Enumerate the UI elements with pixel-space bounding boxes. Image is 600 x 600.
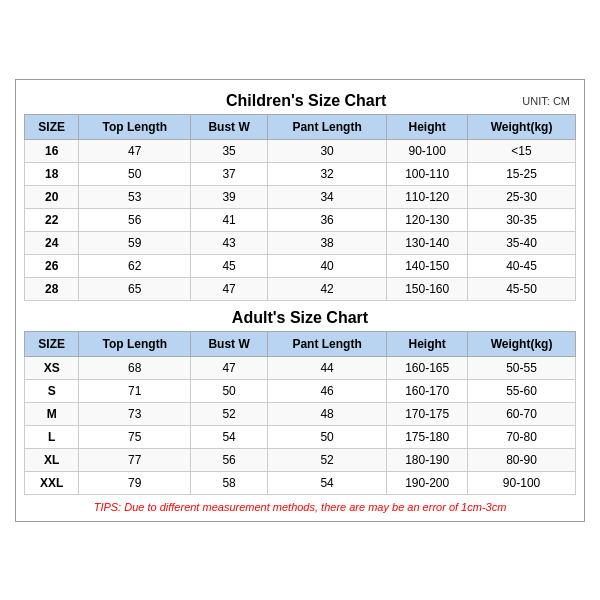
table-cell: 190-200 xyxy=(387,471,468,494)
table-cell: 42 xyxy=(267,277,386,300)
children-col-weight: Weight(kg) xyxy=(468,114,576,139)
table-cell: 47 xyxy=(191,277,268,300)
table-cell: 30-35 xyxy=(468,208,576,231)
table-cell: 160-165 xyxy=(387,356,468,379)
table-cell: 71 xyxy=(79,379,191,402)
table-row: 22564136120-13030-35 xyxy=(25,208,576,231)
table-cell: 32 xyxy=(267,162,386,185)
table-cell: 52 xyxy=(191,402,268,425)
children-title-row: Children's Size Chart UNIT: CM xyxy=(24,88,576,114)
table-cell: 180-190 xyxy=(387,448,468,471)
table-row: 24594338130-14035-40 xyxy=(25,231,576,254)
children-table: SIZE Top Length Bust W Pant Length Heigh… xyxy=(24,114,576,301)
table-cell: 43 xyxy=(191,231,268,254)
size-chart-container: Children's Size Chart UNIT: CM SIZE Top … xyxy=(15,79,585,522)
table-cell: 50-55 xyxy=(468,356,576,379)
table-cell: 45-50 xyxy=(468,277,576,300)
table-cell: 20 xyxy=(25,185,79,208)
table-row: S715046160-17055-60 xyxy=(25,379,576,402)
table-cell: 38 xyxy=(267,231,386,254)
table-cell: 22 xyxy=(25,208,79,231)
adults-col-weight: Weight(kg) xyxy=(468,331,576,356)
table-cell: 79 xyxy=(79,471,191,494)
table-cell: 56 xyxy=(79,208,191,231)
table-cell: 54 xyxy=(267,471,386,494)
children-col-pant: Pant Length xyxy=(267,114,386,139)
table-cell: 73 xyxy=(79,402,191,425)
table-row: XXL795854190-20090-100 xyxy=(25,471,576,494)
children-col-top-length: Top Length xyxy=(79,114,191,139)
table-cell: 140-150 xyxy=(387,254,468,277)
table-cell: 24 xyxy=(25,231,79,254)
table-cell: 30 xyxy=(267,139,386,162)
table-cell: 47 xyxy=(191,356,268,379)
adults-col-pant: Pant Length xyxy=(267,331,386,356)
table-row: M735248170-17560-70 xyxy=(25,402,576,425)
table-cell: 62 xyxy=(79,254,191,277)
table-cell: 41 xyxy=(191,208,268,231)
table-row: XL775652180-19080-90 xyxy=(25,448,576,471)
table-cell: 150-160 xyxy=(387,277,468,300)
table-cell: 59 xyxy=(79,231,191,254)
table-cell: 16 xyxy=(25,139,79,162)
table-cell: 90-100 xyxy=(387,139,468,162)
table-cell: 26 xyxy=(25,254,79,277)
table-cell: 37 xyxy=(191,162,268,185)
table-cell: 100-110 xyxy=(387,162,468,185)
table-row: L755450175-18070-80 xyxy=(25,425,576,448)
tips-text: TIPS: Due to different measurement metho… xyxy=(24,501,576,513)
table-row: 20533934110-12025-30 xyxy=(25,185,576,208)
table-cell: M xyxy=(25,402,79,425)
adults-section: Adult's Size Chart SIZE Top Length Bust … xyxy=(24,305,576,495)
table-cell: 175-180 xyxy=(387,425,468,448)
table-cell: 53 xyxy=(79,185,191,208)
children-title: Children's Size Chart xyxy=(90,92,522,110)
children-unit: UNIT: CM xyxy=(522,95,570,107)
table-cell: 36 xyxy=(267,208,386,231)
table-cell: 55-60 xyxy=(468,379,576,402)
table-cell: 120-130 xyxy=(387,208,468,231)
adults-col-bust: Bust W xyxy=(191,331,268,356)
table-cell: XXL xyxy=(25,471,79,494)
table-cell: 28 xyxy=(25,277,79,300)
adults-title-row: Adult's Size Chart xyxy=(24,305,576,331)
table-cell: 80-90 xyxy=(468,448,576,471)
table-cell: 40-45 xyxy=(468,254,576,277)
adults-table: SIZE Top Length Bust W Pant Length Heigh… xyxy=(24,331,576,495)
table-cell: 15-25 xyxy=(468,162,576,185)
table-cell: 50 xyxy=(267,425,386,448)
table-cell: 70-80 xyxy=(468,425,576,448)
table-cell: 47 xyxy=(79,139,191,162)
table-cell: 34 xyxy=(267,185,386,208)
table-row: 18503732100-11015-25 xyxy=(25,162,576,185)
table-cell: 25-30 xyxy=(468,185,576,208)
table-cell: 75 xyxy=(79,425,191,448)
table-cell: 170-175 xyxy=(387,402,468,425)
table-cell: 65 xyxy=(79,277,191,300)
table-cell: 45 xyxy=(191,254,268,277)
table-row: 26624540140-15040-45 xyxy=(25,254,576,277)
table-cell: 44 xyxy=(267,356,386,379)
children-section: Children's Size Chart UNIT: CM SIZE Top … xyxy=(24,88,576,301)
children-col-bust: Bust W xyxy=(191,114,268,139)
adults-col-size: SIZE xyxy=(25,331,79,356)
table-cell: 39 xyxy=(191,185,268,208)
children-col-size: SIZE xyxy=(25,114,79,139)
table-cell: S xyxy=(25,379,79,402)
table-cell: 46 xyxy=(267,379,386,402)
table-cell: 160-170 xyxy=(387,379,468,402)
table-cell: 52 xyxy=(267,448,386,471)
adults-title: Adult's Size Chart xyxy=(90,309,510,327)
table-cell: 58 xyxy=(191,471,268,494)
table-cell: 35 xyxy=(191,139,268,162)
table-cell: XL xyxy=(25,448,79,471)
table-cell: 54 xyxy=(191,425,268,448)
table-cell: 50 xyxy=(191,379,268,402)
table-cell: 50 xyxy=(79,162,191,185)
table-cell: 60-70 xyxy=(468,402,576,425)
table-cell: 77 xyxy=(79,448,191,471)
table-cell: XS xyxy=(25,356,79,379)
table-cell: 110-120 xyxy=(387,185,468,208)
table-cell: <15 xyxy=(468,139,576,162)
table-cell: 130-140 xyxy=(387,231,468,254)
